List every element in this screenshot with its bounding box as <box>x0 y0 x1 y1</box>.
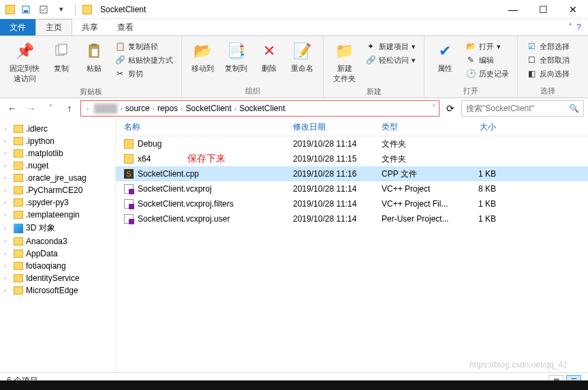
tree-item[interactable]: ›AppData <box>0 247 115 260</box>
table-row[interactable]: SSocketClient.cpp2019/10/28 11:16CPP 文件1… <box>116 166 588 181</box>
selectall-button[interactable]: ☑全部选择 <box>523 40 572 52</box>
edit-button[interactable]: ✎编辑 <box>463 54 512 66</box>
rename-button[interactable]: 📝重命名 <box>287 39 318 75</box>
ribbon-collapse[interactable]: ˄ ? <box>561 19 588 35</box>
crumb-source[interactable]: source <box>123 104 153 113</box>
file-date: 2019/10/28 11:16 <box>293 169 382 179</box>
tab-view[interactable]: 查看 <box>108 19 143 35</box>
window-title: SocketClient <box>100 5 146 14</box>
minimize-button[interactable]: — <box>498 0 528 19</box>
newfolder-icon: 📁 <box>334 40 356 62</box>
tree-item[interactable]: ›.idlerc <box>0 123 115 135</box>
tree-item[interactable]: ›Anaconda3 <box>0 235 115 247</box>
tree-item-label: .idlerc <box>26 124 48 134</box>
col-name[interactable]: 名称 <box>116 121 293 133</box>
tree-item-label: IdentityService <box>26 273 80 283</box>
breadcrumb[interactable]: › ████ › source › repos › SocketClient ›… <box>80 100 439 117</box>
close-button[interactable]: ✕ <box>558 0 588 19</box>
tree-item[interactable]: ›IdentityService <box>0 272 115 284</box>
file-name: SocketClient.vcxproj.user <box>138 214 230 224</box>
col-date[interactable]: 修改日期 <box>293 121 382 133</box>
edit-icon: ✎ <box>465 55 476 65</box>
paste-icon <box>83 40 105 62</box>
file-type: VC++ Project Fil... <box>382 199 463 209</box>
col-size[interactable]: 大小 <box>463 121 504 133</box>
pasteshortcut-button[interactable]: 🔗粘贴快捷方式 <box>112 54 176 66</box>
selectnone-button[interactable]: ☐全部取消 <box>523 54 572 66</box>
copyto-icon: 📑 <box>226 40 247 62</box>
newitem-icon: ✦ <box>365 41 376 52</box>
folder-icon <box>14 250 23 258</box>
search-icon[interactable]: 🔍 <box>569 104 579 113</box>
nav-up-button[interactable]: ↑ <box>61 100 78 117</box>
maximize-button[interactable]: ☐ <box>528 0 558 19</box>
nav-forward-button[interactable]: → <box>23 100 40 117</box>
vcxproj-file-icon <box>124 199 134 209</box>
qat-dropdown-icon[interactable]: ▾ <box>55 3 68 16</box>
table-row[interactable]: SocketClient.vcxproj.user2019/10/28 11:1… <box>116 211 588 226</box>
tree-item[interactable]: ›3D 对象 <box>0 221 115 235</box>
table-row[interactable]: SocketClient.vcxproj2019/10/28 11:14VC++… <box>116 181 588 196</box>
shortcut-icon: 🔗 <box>114 55 125 65</box>
tree-item-label: .nuget <box>26 161 48 170</box>
tree-item[interactable]: ›.templateengin <box>0 209 115 221</box>
chevron-right-icon: › <box>4 150 11 157</box>
tree-item-label: fotiaoqiang <box>26 261 66 271</box>
tree-item[interactable]: ›.nuget <box>0 160 115 172</box>
table-row[interactable]: SocketClient.vcxproj.filters2019/10/28 1… <box>116 196 588 211</box>
nav-tree[interactable]: ›.idlerc›.ipython›.matplotlib›.nuget›.or… <box>0 119 116 372</box>
search-input[interactable] <box>466 104 569 113</box>
tab-share[interactable]: 共享 <box>72 19 108 35</box>
crumb-socketclient1[interactable]: SocketClient <box>183 104 234 113</box>
copypath-button[interactable]: 📋复制路径 <box>112 40 176 52</box>
refresh-button[interactable]: ⟳ <box>442 100 459 117</box>
tree-item[interactable]: ›MicrosoftEdge <box>0 284 115 297</box>
invertsel-button[interactable]: ◧反向选择 <box>523 68 572 80</box>
table-row[interactable]: x642019/10/28 11:15文件夹 <box>116 151 588 166</box>
qat-checkbox-icon[interactable] <box>37 3 50 16</box>
qat-save-icon[interactable] <box>19 3 33 16</box>
svg-rect-4 <box>59 44 67 54</box>
moveto-button[interactable]: 📂移动到 <box>187 39 218 75</box>
open-button[interactable]: 📂打开 ▾ <box>463 40 512 52</box>
tree-item[interactable]: ›.PyCharmCE20 <box>0 184 115 196</box>
nav-recent-button[interactable]: ˅ <box>42 100 59 117</box>
nav-back-button[interactable]: ← <box>4 100 20 117</box>
delete-button[interactable]: ✕删除 <box>254 39 284 75</box>
tree-item[interactable]: ›fotiaoqiang <box>0 260 115 272</box>
history-button[interactable]: 🕑历史记录 <box>463 68 512 80</box>
pin-quickaccess-button[interactable]: 📌 固定到快 速访问 <box>5 39 44 85</box>
paste-button[interactable]: 粘贴 <box>79 39 109 75</box>
newitem-button[interactable]: ✦新建项目 ▾ <box>362 40 418 52</box>
tree-item[interactable]: ›.matplotlib <box>0 147 115 160</box>
tab-home[interactable]: 主页 <box>35 19 72 35</box>
folder-icon <box>14 137 23 145</box>
crumb-socketclient2[interactable]: SocketClient <box>236 104 288 113</box>
crumb-repos[interactable]: repos <box>155 104 181 113</box>
crumb-user[interactable]: ████ <box>91 104 120 113</box>
file-date: 2019/10/28 11:14 <box>293 139 382 149</box>
file-rows: Debug2019/10/28 11:14文件夹x642019/10/28 11… <box>116 136 588 372</box>
newfolder-button[interactable]: 📁新建 文件夹 <box>329 39 360 85</box>
copyto-button[interactable]: 📑复制到 <box>221 39 251 75</box>
chevron-right-icon: › <box>4 225 11 232</box>
search-box[interactable]: 🔍 <box>461 100 584 117</box>
tree-item-label: .templateengin <box>26 210 80 220</box>
col-type[interactable]: 类型 <box>382 121 463 133</box>
chevron-up-icon: ˄ <box>568 22 572 32</box>
tab-file[interactable]: 文件 <box>0 19 35 35</box>
cut-button[interactable]: ✂剪切 <box>112 68 176 80</box>
table-row[interactable]: Debug2019/10/28 11:14文件夹 <box>116 136 588 151</box>
breadcrumb-dropdown-icon[interactable]: ˅ <box>432 104 436 113</box>
copy-button[interactable]: 复制 <box>46 39 76 75</box>
svg-rect-6 <box>91 44 97 46</box>
tree-item[interactable]: ›.spyder-py3 <box>0 196 115 209</box>
properties-button[interactable]: ✔属性 <box>430 39 460 75</box>
easyaccess-button[interactable]: 🔗轻松访问 ▾ <box>362 54 418 66</box>
pin-icon: 📌 <box>14 40 35 62</box>
file-type: Per-User Project... <box>382 214 463 224</box>
tree-item[interactable]: ›.oracle_jre_usag <box>0 172 115 184</box>
help-icon[interactable]: ? <box>576 22 581 32</box>
invertsel-icon: ◧ <box>526 68 537 79</box>
tree-item[interactable]: ›.ipython <box>0 135 115 147</box>
